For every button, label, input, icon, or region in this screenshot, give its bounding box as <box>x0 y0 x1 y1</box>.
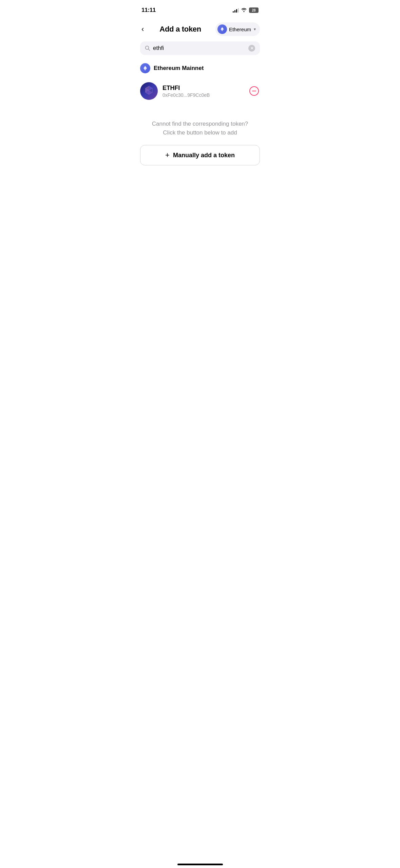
wifi-icon <box>241 7 247 13</box>
plus-icon: + <box>165 151 170 159</box>
back-arrow-icon: ‹ <box>141 25 144 33</box>
chevron-down-icon: ▾ <box>254 27 256 32</box>
status-time: 11:11 <box>141 7 156 14</box>
table-row: ETHFI 0xFe0c30...9F9Cc0eB <box>140 79 260 103</box>
svg-marker-4 <box>221 27 222 29</box>
network-name-label: Ethereum <box>229 26 251 32</box>
search-input-wrapper: ✕ <box>140 41 260 55</box>
token-list: ETHFI 0xFe0c30...9F9Cc0eB <box>133 79 267 103</box>
network-label-text: Ethereum Mainnet <box>154 65 204 72</box>
header: ‹ Add a token Ethereum ▾ <box>133 18 267 41</box>
manually-add-label: Manually add a token <box>173 152 235 159</box>
manually-add-container: + Manually add a token <box>133 145 267 165</box>
ethereum-network-icon <box>217 24 227 34</box>
cannot-find-section: Cannot find the corresponding token? Cli… <box>133 103 267 145</box>
cannot-find-text-line2: Click the button below to add <box>140 128 260 137</box>
page-title: Add a token <box>159 25 201 34</box>
token-info: ETHFI 0xFe0c30...9F9Cc0eB <box>163 85 244 98</box>
status-bar: 11:11 28 <box>133 0 267 18</box>
battery-icon: 28 <box>249 7 259 13</box>
search-input[interactable] <box>153 45 246 52</box>
svg-line-6 <box>149 49 150 51</box>
remove-token-button[interactable] <box>248 85 260 97</box>
network-selector[interactable]: Ethereum ▾ <box>215 22 260 36</box>
search-clear-button[interactable]: ✕ <box>248 45 255 52</box>
svg-marker-3 <box>222 27 224 29</box>
token-symbol: ETHFI <box>163 85 244 92</box>
token-logo <box>140 82 158 100</box>
manually-add-token-button[interactable]: + Manually add a token <box>140 145 260 165</box>
back-button[interactable]: ‹ <box>140 24 145 34</box>
signal-bars-icon <box>233 8 239 13</box>
network-label-row: Ethereum Mainnet <box>133 60 267 79</box>
status-icons: 28 <box>233 7 259 13</box>
search-icon <box>145 46 150 51</box>
search-container: ✕ <box>133 41 267 60</box>
network-label-icon <box>140 63 150 73</box>
token-address: 0xFe0c30...9F9Cc0eB <box>163 92 244 98</box>
cannot-find-text-line1: Cannot find the corresponding token? <box>140 120 260 128</box>
